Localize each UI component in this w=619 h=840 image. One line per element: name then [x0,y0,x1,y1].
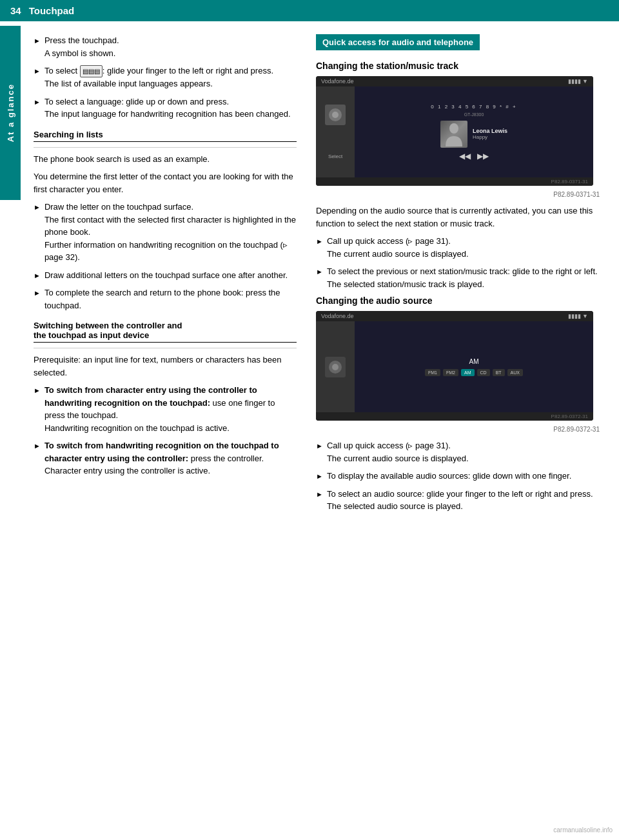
bullet-item: ► Press the touchpad.A symbol is shown. [34,34,297,59]
screen1-time: GT-J8300 [464,112,484,117]
section-audio-source-heading: Changing the audio source [316,295,606,306]
screen1-signal: ▮▮▮▮ ▼ [568,78,588,85]
artist-silhouette-icon [444,122,464,146]
bullet-arrow-icon: ► [34,288,41,312]
prev-track-icon: ◀◀ [459,152,471,161]
screen2-topbar: Vodafone.de ▮▮▮▮ ▼ [316,311,593,321]
station-description: Depending on the audio source that is cu… [316,205,606,230]
screen1-album-art [440,121,467,148]
bullet-item: ► To switch from character entry using t… [34,384,297,434]
screen2-bottombar: P82.89-0372-31 [316,412,593,421]
sidebar-at-a-glance: At a glance [0,26,21,200]
bullet-arrow-icon: ► [316,441,323,465]
screen1-artist: Leona Lewis [473,128,507,134]
body-text: You determine the first letter of the co… [34,170,297,195]
img-ref-2: P82.89-0372-31 [316,426,606,433]
svg-point-0 [449,123,458,134]
bullet-arrow-icon: ► [34,385,41,434]
bullet-text: To complete the search and return to the… [44,286,297,312]
screen1-album: Happy [473,134,507,140]
album-art-inner [440,121,467,148]
bullet-arrow-icon: ► [316,471,323,483]
bullet-text: To select a language: glide up or down a… [44,95,297,121]
bullet-arrow-icon: ► [316,266,323,290]
bullet-text: Draw the letter on the touchpad surface.… [44,201,297,264]
bullet-arrow-icon: ► [316,236,323,260]
bullet-item: ► Draw additional letters on the touchpa… [34,269,297,282]
screen2-tabs: FM1 FM2 AM CD BT AUX [425,369,523,376]
prereq-text: Prerequisite: an input line for text, nu… [34,354,297,379]
screen2-tab: BT [493,369,505,376]
bullet-arrow-icon: ► [34,97,41,121]
bullet-item: ► To switch from handwriting recognition… [34,439,297,477]
header-bar: 34 Touchpad [0,0,619,21]
screen1-icon1 [325,105,346,125]
divider [34,147,297,148]
bullet-text: Call up quick access (▹ page 31).The cur… [327,439,606,465]
header-title: Touchpad [29,5,75,16]
screen2-tab: FM1 [425,369,440,376]
screen2-tab: FM2 [443,369,458,376]
screen1-track-info: Leona Lewis Happy [440,121,507,148]
right-column: Quick access for audio and telephone Cha… [310,34,619,518]
bullet-item: ► To select the previous or next station… [316,265,606,290]
bullet-text: To select an audio source: glide your fi… [327,488,606,513]
bullet-item: ► Call up quick access (▹ page 31).The c… [316,235,606,260]
img-ref-1: P82.89-0371-31 [316,191,606,198]
section-switching-heading: Switching between the controller andthe … [34,321,297,343]
bullet-arrow-icon: ► [34,441,41,477]
car-screen-2: Vodafone.de ▮▮▮▮ ▼ AM FM1 FM2 A [316,311,593,421]
screen1-bottombar: P82.89-0371-31 [316,177,593,186]
bullet-item: ► Call up quick access (▹ page 31).The c… [316,439,606,465]
left-column: ► Press the touchpad.A symbol is shown. … [0,34,310,518]
section-station-heading: Changing the station/music track [316,61,606,71]
main-content: ► Press the touchpad.A symbol is shown. … [0,21,619,531]
screen2-source-label: AM [469,358,479,365]
divider [34,348,297,348]
screen2-tab: AUX [507,369,523,376]
screen1-ref: P82.89-0371-31 [551,179,588,185]
quick-access-badge: Quick access for audio and telephone [316,34,480,50]
bullet-arrow-icon: ► [316,489,323,513]
bullet-arrow-icon: ► [34,202,41,264]
bullet-text: To select ▤▤▤: glide your finger to the … [44,65,297,90]
bullet-item: ► Draw the letter on the touchpad surfac… [34,201,297,264]
intro-bullets: ► Press the touchpad.A symbol is shown. … [34,34,297,121]
bullet-text: Press the touchpad.A symbol is shown. [44,34,297,59]
bullet-arrow-icon: ► [34,35,41,59]
screen2-signal: ▮▮▮▮ ▼ [568,313,588,319]
screen2-tab: CD [477,369,490,376]
car-screen-1: Vodafone.de ▮▮▮▮ ▼ Select 0 1 2 3 4 5 6 … [316,76,593,186]
screen2-provider: Vodafone.de [321,313,354,319]
watermark: carmanualsoline.info [553,826,613,834]
screen2-ref: P82.89-0372-31 [551,414,588,419]
bullet-text: To select the previous or next station/m… [327,265,606,290]
bullet-text: To switch from character entry using the… [44,384,297,434]
bullet-item: ► To complete the search and return to t… [34,286,297,312]
screen1-numpad: 0 1 2 3 4 5 6 7 8 9 * # + [431,104,516,110]
bullet-text: To switch from handwriting recognition o… [44,439,297,477]
screen2-main: AM FM1 FM2 AM CD BT AUX [355,321,593,412]
section-searching-heading: Searching in lists [34,130,297,142]
screen1-sidebar-label: Select [328,154,342,159]
screen1-sidebar: Select [316,86,355,177]
screen2-body: AM FM1 FM2 AM CD BT AUX [316,321,593,412]
bullet-item: ► To select an audio source: glide your … [316,488,606,513]
sidebar-label: At a glance [6,83,15,142]
screen1-topbar: Vodafone.de ▮▮▮▮ ▼ [316,76,593,86]
screen1-body: Select 0 1 2 3 4 5 6 7 8 9 * # + GT-J830… [316,86,593,177]
bullet-item: ► To display the available audio sources… [316,470,606,483]
bullet-text: To display the available audio sources: … [327,470,606,483]
header-page-number: 34 [10,5,21,16]
bullet-text: Call up quick access (▹ page 31).The cur… [327,235,606,260]
screen1-controls: ◀◀ ▶▶ [459,152,489,161]
bullet-text: Draw additional letters on the touchpad … [44,269,297,282]
screen2-tab-active: AM [461,369,475,376]
screen2-sidebar [316,321,355,412]
screen1-track-details: Leona Lewis Happy [473,128,507,140]
screen1-main: 0 1 2 3 4 5 6 7 8 9 * # + GT-J8300 [355,86,593,177]
bullet-item: ► To select ▤▤▤: glide your finger to th… [34,65,297,90]
bullet-arrow-icon: ► [34,270,41,282]
next-track-icon: ▶▶ [477,152,489,161]
screen2-icon [325,357,346,377]
